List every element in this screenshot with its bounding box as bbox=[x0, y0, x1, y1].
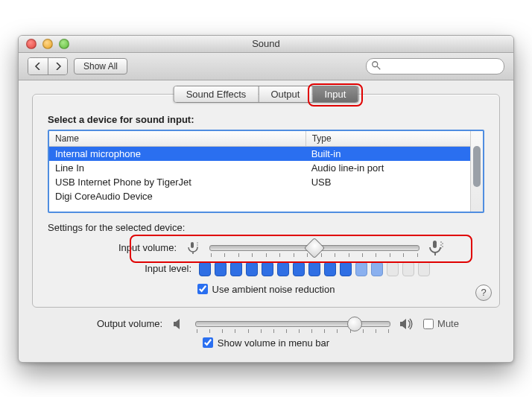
sound-prefpane-window: Sound Show All Sound EffectsOutputInput … bbox=[18, 35, 514, 363]
content-pane: Sound EffectsOutputInput Select a device… bbox=[32, 94, 500, 308]
level-cell bbox=[324, 261, 336, 276]
svg-rect-7 bbox=[433, 241, 437, 248]
select-device-label: Select a device for sound input: bbox=[48, 114, 484, 125]
list-rows: Internal microphoneBuilt-inLine InAudio … bbox=[49, 147, 470, 203]
level-cell bbox=[308, 261, 320, 276]
svg-point-9 bbox=[440, 241, 442, 243]
svg-point-4 bbox=[197, 242, 197, 243]
device-list: Name Type Internal microphoneBuilt-inLin… bbox=[48, 130, 484, 213]
svg-point-0 bbox=[373, 61, 378, 66]
device-name: Digi CoreAudio Device bbox=[49, 189, 305, 203]
search-input[interactable] bbox=[366, 58, 504, 74]
microphone-large-icon bbox=[427, 241, 445, 255]
slider-knob[interactable] bbox=[347, 317, 362, 331]
svg-point-5 bbox=[197, 244, 197, 245]
window-title: Sound bbox=[19, 38, 513, 49]
zoom-icon[interactable] bbox=[59, 39, 69, 49]
input-level-label: Input level: bbox=[102, 263, 191, 274]
input-level-row: Input level: bbox=[48, 261, 484, 276]
search-wrap bbox=[366, 58, 504, 74]
output-volume-row: Output volume: Mute bbox=[32, 317, 500, 331]
svg-point-12 bbox=[442, 243, 443, 244]
show-all-label: Show All bbox=[83, 61, 118, 72]
device-name: Line In bbox=[49, 161, 305, 175]
nav-seg bbox=[28, 57, 68, 75]
level-cell bbox=[277, 261, 289, 276]
scrollbar[interactable] bbox=[470, 131, 483, 212]
list-header: Name Type bbox=[49, 131, 470, 147]
input-volume-label: Input volume: bbox=[87, 242, 177, 253]
device-name: USB Internet Phone by TigerJet bbox=[49, 175, 305, 189]
mute-checkbox[interactable] bbox=[423, 319, 434, 329]
settings-label: Settings for the selected device: bbox=[48, 222, 484, 233]
mute-label: Mute bbox=[437, 318, 459, 329]
forward-button[interactable] bbox=[48, 58, 67, 74]
level-cell bbox=[387, 261, 399, 276]
ambient-noise-checkbox[interactable] bbox=[197, 284, 208, 294]
tab-output[interactable]: Output bbox=[258, 86, 311, 102]
level-cell bbox=[340, 261, 352, 276]
menu-bar-row: Show volume in menu bar bbox=[32, 337, 500, 349]
svg-point-11 bbox=[440, 247, 442, 249]
back-button[interactable] bbox=[28, 58, 48, 74]
level-cell bbox=[262, 261, 273, 276]
device-type: USB bbox=[305, 175, 470, 189]
level-cell bbox=[355, 261, 367, 276]
input-volume-row: Input volume: bbox=[48, 241, 484, 255]
svg-point-13 bbox=[442, 246, 443, 247]
device-row[interactable]: Line InAudio line-in port bbox=[49, 161, 470, 175]
ambient-row: Use ambient noise reduction bbox=[48, 284, 484, 295]
scroll-thumb[interactable] bbox=[473, 146, 481, 187]
level-cell bbox=[230, 261, 242, 276]
device-type: Audio line-in port bbox=[305, 161, 470, 175]
slider-ticks bbox=[196, 329, 390, 333]
input-volume-slider[interactable] bbox=[209, 245, 419, 251]
device-type bbox=[305, 189, 470, 203]
level-cell bbox=[215, 261, 227, 276]
level-cell bbox=[402, 261, 414, 276]
device-type: Built-in bbox=[305, 147, 470, 161]
level-cell bbox=[418, 261, 430, 276]
input-level-meter bbox=[199, 261, 430, 276]
show-volume-menubar-checkbox[interactable] bbox=[203, 337, 213, 348]
search-icon bbox=[371, 60, 381, 71]
speaker-low-icon bbox=[170, 317, 188, 331]
level-cell bbox=[371, 261, 383, 276]
output-volume-label: Output volume: bbox=[73, 318, 162, 329]
tab-input[interactable]: Input bbox=[311, 86, 358, 102]
titlebar: Sound bbox=[19, 36, 513, 53]
mute-row: Mute bbox=[423, 318, 459, 329]
close-icon[interactable] bbox=[26, 39, 37, 49]
tab-bar: Sound EffectsOutputInput bbox=[174, 86, 359, 103]
minimize-icon[interactable] bbox=[42, 39, 53, 49]
speaker-high-icon bbox=[398, 317, 416, 331]
ambient-noise-label: Use ambient noise reduction bbox=[212, 284, 335, 295]
chevron-left-icon bbox=[34, 63, 42, 70]
toolbar: Show All bbox=[19, 53, 513, 80]
chevron-right-icon bbox=[54, 63, 62, 70]
level-cell bbox=[246, 261, 258, 276]
show-volume-menubar-label: Show volume in menu bar bbox=[218, 337, 329, 349]
level-cell bbox=[293, 261, 305, 276]
traffic-lights bbox=[19, 39, 69, 49]
help-button[interactable]: ? bbox=[475, 285, 492, 301]
column-name[interactable]: Name bbox=[49, 131, 306, 146]
device-row[interactable]: USB Internet Phone by TigerJetUSB bbox=[49, 175, 470, 189]
device-name: Internal microphone bbox=[49, 147, 305, 161]
level-cell bbox=[199, 261, 211, 276]
svg-point-6 bbox=[197, 247, 197, 247]
microphone-small-icon bbox=[184, 241, 202, 255]
column-type[interactable]: Type bbox=[306, 131, 470, 146]
svg-line-1 bbox=[377, 66, 380, 69]
output-volume-slider[interactable] bbox=[195, 321, 390, 327]
show-all-button[interactable]: Show All bbox=[74, 58, 127, 74]
svg-point-10 bbox=[440, 244, 442, 246]
device-row[interactable]: Internal microphoneBuilt-in bbox=[49, 147, 470, 161]
svg-rect-2 bbox=[191, 242, 194, 248]
device-row[interactable]: Digi CoreAudio Device bbox=[49, 189, 470, 203]
tab-sound-effects[interactable]: Sound Effects bbox=[174, 86, 259, 102]
